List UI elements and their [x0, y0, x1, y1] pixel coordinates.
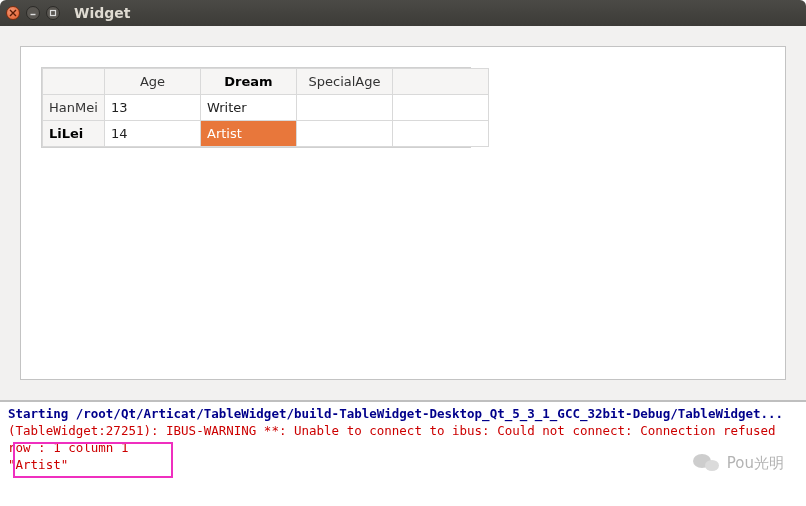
column-header-label: Dream — [224, 74, 272, 89]
output-line: row : 1 column 1 — [8, 440, 800, 457]
minimize-button[interactable] — [26, 6, 40, 20]
table-cell[interactable]: Writer — [201, 95, 297, 121]
table-cell-spare — [393, 121, 489, 147]
wechat-icon — [693, 452, 721, 474]
output-line: (TableWidget:27251): IBUS-WARNING **: Un… — [8, 423, 800, 440]
row-header-label: LiLei — [49, 126, 83, 141]
maximize-icon — [49, 9, 57, 17]
header-corner[interactable] — [43, 69, 105, 95]
content-panel: Age Dream SpecialAge HanMei 13 Writer — [20, 46, 786, 380]
window-titlebar: Widget — [0, 0, 806, 26]
column-header[interactable]: Age — [105, 69, 201, 95]
cell-value: 13 — [111, 100, 128, 115]
watermark-text: Pou光明 — [727, 454, 784, 473]
close-button[interactable] — [6, 6, 20, 20]
table-row: LiLei 14 Artist — [43, 121, 489, 147]
column-header-label: SpecialAge — [309, 74, 381, 89]
minimize-icon — [29, 9, 37, 17]
row-header[interactable]: LiLei — [43, 121, 105, 147]
window-title: Widget — [74, 5, 130, 21]
table-cell[interactable]: 13 — [105, 95, 201, 121]
table-cell[interactable]: Artist — [201, 121, 297, 147]
column-header-label: Age — [140, 74, 165, 89]
output-line: "Artist" — [8, 457, 800, 474]
maximize-button[interactable] — [46, 6, 60, 20]
column-header[interactable]: Dream — [201, 69, 297, 95]
close-icon — [9, 9, 17, 17]
application-output[interactable]: Starting /root/Qt/Articat/TableWidget/bu… — [0, 400, 806, 506]
row-header[interactable]: HanMei — [43, 95, 105, 121]
table-cell[interactable] — [297, 95, 393, 121]
table-cell[interactable]: 14 — [105, 121, 201, 147]
cell-value: 14 — [111, 126, 128, 141]
svg-rect-0 — [51, 11, 56, 16]
client-area: Age Dream SpecialAge HanMei 13 Writer — [0, 26, 806, 400]
column-header-row: Age Dream SpecialAge — [43, 69, 489, 95]
cell-value: Writer — [207, 100, 247, 115]
output-line: Starting /root/Qt/Articat/TableWidget/bu… — [8, 406, 800, 423]
window-buttons — [6, 6, 60, 20]
table-row: HanMei 13 Writer — [43, 95, 489, 121]
table-widget[interactable]: Age Dream SpecialAge HanMei 13 Writer — [41, 67, 471, 148]
table-cell-spare — [393, 95, 489, 121]
watermark: Pou光明 — [693, 452, 784, 474]
column-header[interactable]: SpecialAge — [297, 69, 393, 95]
column-header-spare — [393, 69, 489, 95]
row-header-label: HanMei — [49, 100, 98, 115]
table-cell[interactable] — [297, 121, 393, 147]
cell-value: Artist — [207, 126, 242, 141]
